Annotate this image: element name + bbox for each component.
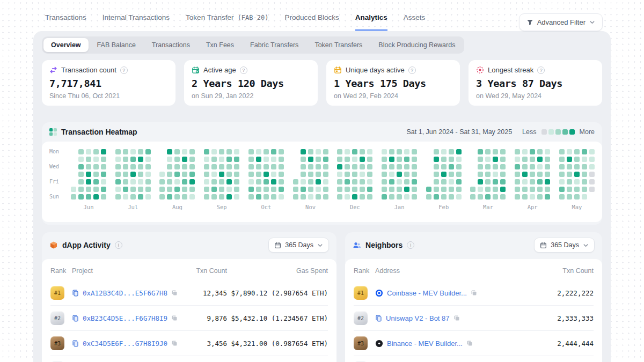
heatmap-cell: [86, 157, 91, 162]
heatmap-cell: [234, 194, 239, 200]
heatmap-cell: [316, 194, 321, 200]
copy-icon[interactable]: [466, 340, 473, 346]
heatmap-cell: [537, 157, 543, 162]
heatmap-cell: [182, 164, 187, 169]
heatmap-cell: [271, 149, 276, 154]
address-link[interactable]: 0xC34D5E6F...G7H8I9J0: [83, 339, 167, 348]
heatmap-month-label: May: [572, 204, 582, 210]
heatmap-cell: [93, 179, 99, 184]
heatmap-cell: [559, 157, 565, 162]
subtab-overview[interactable]: Overview: [43, 38, 89, 52]
stat-card-value: 7,717,841: [49, 78, 168, 89]
heatmap-cell: [204, 179, 209, 184]
heatmap-cell: [323, 157, 328, 162]
heatmap-cell: [167, 179, 172, 184]
heatmap-cell: [522, 149, 528, 154]
subtab-block-producing-rewards[interactable]: Block Producing Rewards: [371, 38, 463, 52]
heatmap-cell: [293, 187, 298, 192]
heatmap-month-jul: Jul: [115, 149, 151, 218]
column-header-rank: Rank: [354, 267, 375, 275]
heatmap-cell: [115, 179, 121, 184]
address-name-link[interactable]: Uniswap V2 - Bot 87: [386, 314, 450, 322]
heatmap-cell: [93, 187, 99, 192]
heatmap-cell: [389, 157, 394, 162]
heatmap-cell: [308, 157, 313, 162]
tab-internal-transactions[interactable]: Internal Transactions: [103, 13, 170, 31]
tab-label: Analytics: [355, 13, 387, 21]
heatmap-cell: [86, 164, 91, 169]
heatmap-cell: [189, 187, 195, 192]
heatmap-cell: [493, 194, 498, 200]
help-icon[interactable]: ?: [537, 67, 545, 74]
subtab-fabric-transfers[interactable]: Fabric Transfers: [243, 38, 306, 52]
copy-icon[interactable]: [171, 340, 178, 346]
heatmap-cell: [500, 194, 506, 200]
heatmap-cell: [478, 164, 483, 169]
heatmap-cell: [256, 194, 261, 200]
heatmap-cell: [530, 157, 535, 162]
heatmap-cell: [545, 164, 550, 169]
copy-icon[interactable]: [171, 315, 178, 321]
heatmap-cell: [323, 187, 328, 192]
heatmap-cell: [301, 164, 306, 169]
heatmap-cell: [360, 179, 365, 184]
address-link[interactable]: 0xB23C4D5E...F6G7H8I9: [83, 314, 167, 322]
info-icon[interactable]: i: [407, 241, 414, 249]
heatmap-cell: [308, 179, 313, 184]
info-icon[interactable]: i: [115, 241, 122, 249]
heatmap-month-apr: Apr: [515, 149, 550, 218]
heatmap-cell: [574, 157, 580, 162]
heatmap-cell: [101, 179, 106, 184]
address-link[interactable]: 0xA12B3C4D...E5F6G7H8: [83, 289, 167, 297]
dapp-period-select[interactable]: 365 Days: [268, 238, 329, 253]
subtab-txn-fees[interactable]: Txn Fees: [199, 38, 241, 52]
rank-badge: #1: [50, 286, 64, 300]
copy-icon[interactable]: [453, 315, 460, 321]
heatmap-cell: [345, 172, 350, 177]
heatmap-cell: [478, 194, 483, 200]
heatmap-cell: [167, 194, 172, 200]
help-icon[interactable]: ?: [120, 67, 128, 74]
heatmap-cell: [271, 164, 276, 169]
tab-transactions[interactable]: Transactions: [45, 13, 86, 31]
address-name-link[interactable]: Binance - MEV Builder...: [387, 339, 463, 348]
tab-assets[interactable]: Assets: [404, 13, 426, 31]
heatmap-cell: [345, 194, 350, 200]
heatmap-cell: [530, 149, 535, 154]
tab-analytics[interactable]: Analytics: [355, 13, 387, 31]
heatmap-cell: [397, 179, 402, 184]
heatmap-cell: [234, 164, 239, 169]
column-header-rank: Rank: [50, 267, 72, 275]
heatmap-cell: [360, 172, 365, 177]
help-icon[interactable]: ?: [408, 67, 416, 74]
heatmap-cell: [345, 149, 350, 154]
heatmap-cell: [352, 164, 357, 169]
subtab-transactions[interactable]: Transactions: [144, 38, 197, 52]
heatmap-cell: [279, 172, 284, 177]
help-icon[interactable]: ?: [240, 67, 247, 74]
neighbors-period-value: 365 Days: [551, 241, 579, 249]
copy-icon[interactable]: [471, 290, 477, 296]
heatmap-cell: [456, 194, 462, 200]
heatmap-cell: [493, 157, 498, 162]
heatmap-month-jun: Jun: [71, 149, 106, 218]
heatmap-cell: [412, 157, 417, 162]
address-name-link[interactable]: Coinbase - MEV Builder...: [387, 289, 467, 297]
tab-produced-blocks[interactable]: Produced Blocks: [284, 13, 339, 31]
subtab-token-transfers[interactable]: Token Transfers: [307, 38, 370, 52]
copy-icon[interactable]: [171, 290, 178, 296]
heatmap-cell: [174, 179, 180, 184]
gas-spent-cell: $5,432.10 (1.234567 ETH): [227, 314, 328, 322]
heatmap-cell: [493, 164, 498, 169]
heatmap-cell: [248, 172, 254, 177]
stats-row: Transaction count?7,717,841Since Thu 06,…: [42, 60, 602, 106]
heatmap-cell: [434, 149, 439, 154]
tab-token-transfer[interactable]: Token Transfer (FAB-20): [186, 13, 268, 31]
neighbors-period-select[interactable]: 365 Days: [534, 238, 595, 253]
heatmap-month-label: Nov: [305, 204, 316, 210]
heatmap-cell: [434, 194, 439, 200]
advanced-filter-button[interactable]: Advanced Filter: [519, 13, 603, 31]
stat-card-transaction-count: Transaction count?7,717,841Since Thu 06,…: [42, 60, 175, 106]
subtab-fab-balance[interactable]: FAB Balance: [90, 38, 143, 52]
heatmap-cell: [522, 157, 528, 162]
